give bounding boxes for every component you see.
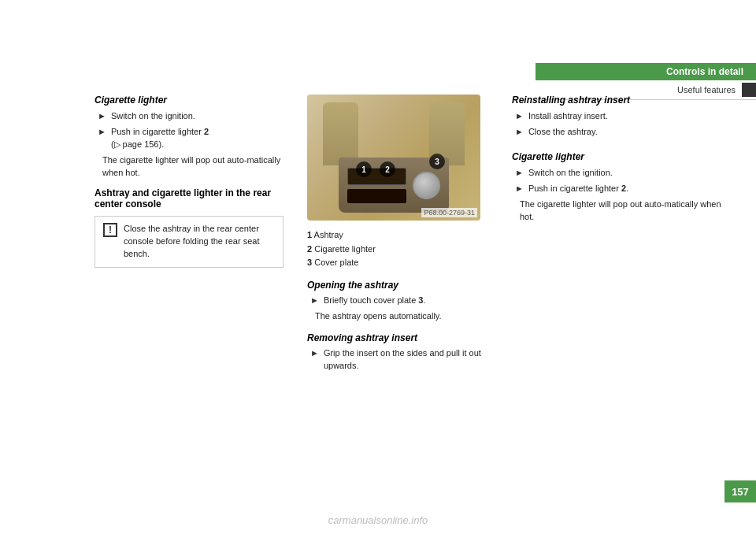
ashtray-opens-note: The ashtray opens automatically. [307,310,488,323]
bullet-switch-ignition: ► Switch on the ignition. [94,110,284,123]
caption-1: 1 Ashtray [307,228,488,243]
bullet-arrow-lighter-r: ► [515,184,524,193]
useful-features-label: Useful features [677,85,736,95]
lighter-note-1: The cigarette lighter will pop out auto-… [94,154,284,180]
cigarette-lighter-title: Cigarette lighter [94,95,284,106]
lighter-note-right: The cigarette lighter will pop out auto-… [512,198,724,224]
left-column: Cigarette lighter ► Switch on the igniti… [94,95,284,471]
cigarette-lighter-title-right: Cigarette lighter [512,151,724,162]
bullet-text-ignition-r: Switch on the ignition. [528,167,613,180]
bullet-text-close: Close the ashtray. [528,126,598,139]
seat-left [323,102,358,165]
label-3: 3 [429,154,445,169]
control-knob [413,172,440,199]
bullet-close-ashtray: ► Close the ashtray. [512,126,724,139]
caption-3: 3 Cover plate [307,256,488,270]
car-interior: 1 2 3 P68.00-2769-31 [307,95,480,221]
bullet-text-1: Switch on the ignition. [111,110,195,123]
bullet-switch-ignition-right: ► Switch on the ignition. [512,167,724,180]
car-console-image: 1 2 3 P68.00-2769-31 [307,95,480,221]
removing-ashtray-title: Removing ashtray insert [307,332,488,343]
reinstalling-title: Reinstalling ashtray insert [512,95,724,106]
bullet-push-lighter-right: ► Push in cigarette lighter 2. [512,183,724,195]
section-marker [742,83,756,97]
opening-ashtray-title: Opening the ashtray [307,280,488,291]
image-ref: P68.00-2769-31 [421,208,477,217]
bullet-touch-cover: ► Briefly touch cover plate 3. [307,295,488,307]
bullet-text-touch: Briefly touch cover plate 3. [324,295,426,307]
bullet-text-install: Install ashtray insert. [528,110,608,123]
caption-2: 2 Cigarette lighter [307,243,488,257]
bullet-text-lighter-r: Push in cigarette lighter 2. [528,183,628,195]
page-number: 157 [724,480,756,502]
bullet-text-grip: Grip the insert on the sides and pull it… [324,347,488,373]
bullet-push-lighter: ► Push in cigarette lighter 2(▷ page 156… [94,126,284,151]
right-column: Reinstalling ashtray insert ► Install as… [512,95,724,471]
content-area: Cigarette lighter ► Switch on the igniti… [94,95,724,471]
label-1: 1 [356,161,372,177]
middle-column: 1 2 3 P68.00-2769-31 1 Ashtray 2 Cigaret… [307,95,488,471]
warning-text: Close the ashtray in the rear center con… [124,223,275,261]
bullet-arrow-grip: ► [310,348,319,358]
label-2: 2 [380,161,395,177]
ashtray-heading: Ashtray and cigarette lighter in the rea… [94,187,284,210]
warning-box: ! Close the ashtray in the rear center c… [94,216,284,268]
bullet-arrow-install: ► [515,111,524,121]
bullet-arrow-ignition-r: ► [515,168,524,177]
watermark: carmanualsonline.info [328,514,428,526]
bullet-arrow-2: ► [98,127,106,136]
bullet-text-2: Push in cigarette lighter 2(▷ page 156). [111,126,209,151]
bullet-install-insert: ► Install ashtray insert. [512,110,724,123]
bullet-arrow-close: ► [515,127,524,136]
bullet-arrow-1: ► [98,111,106,121]
controls-in-detail-label: Controls in detail [536,63,756,80]
bullet-arrow-touch: ► [310,295,319,305]
bullet-grip-insert: ► Grip the insert on the sides and pull … [307,347,488,373]
warning-icon: ! [103,223,117,237]
image-caption: 1 Ashtray 2 Cigarette lighter 3 Cover pl… [307,228,488,270]
